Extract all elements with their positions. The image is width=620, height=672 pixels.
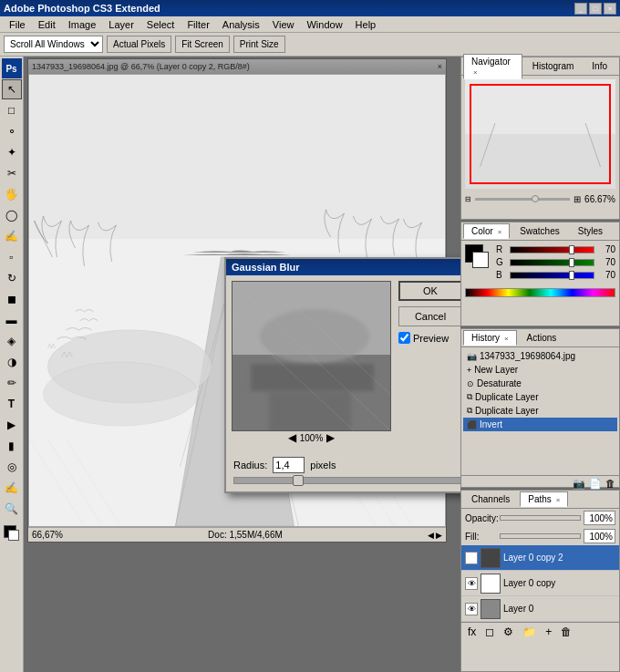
new-layer-btn[interactable]: +: [542, 625, 554, 639]
ok-button[interactable]: OK: [398, 281, 460, 301]
minimize-btn[interactable]: _: [574, 3, 587, 15]
menu-window[interactable]: Window: [301, 18, 347, 31]
layer-visibility-0[interactable]: 👁: [465, 552, 478, 564]
shape-tool[interactable]: ▮: [2, 436, 22, 456]
path-select-tool[interactable]: ▶: [2, 415, 22, 435]
scroll-dropdown[interactable]: Scroll All Windows: [4, 36, 103, 53]
radius-slider-handle[interactable]: [293, 475, 304, 486]
eraser-tool[interactable]: ◼: [2, 289, 22, 309]
zoom-slider[interactable]: [475, 198, 570, 201]
hand-tool[interactable]: ✍: [2, 478, 22, 498]
layer-item-1[interactable]: 👁 Layer 0 copy: [461, 571, 619, 596]
navigator-tab[interactable]: Navigator ×: [463, 54, 522, 79]
history-item-1[interactable]: + New Layer: [463, 363, 617, 377]
history-tab-close[interactable]: ×: [504, 335, 509, 343]
paths-tab-close[interactable]: ×: [556, 496, 561, 504]
new-doc-from-history-btn[interactable]: 📄: [589, 478, 602, 490]
fg-bg-colors[interactable]: [465, 244, 492, 272]
history-brush-tool[interactable]: ↻: [2, 268, 22, 288]
actions-tab[interactable]: Actions: [519, 330, 565, 346]
actual-pixels-btn[interactable]: Actual Pixels: [107, 36, 171, 53]
fill-input[interactable]: [584, 529, 615, 543]
history-item-5[interactable]: ⬛ Invert: [463, 418, 617, 431]
history-tab[interactable]: History ×: [463, 330, 517, 346]
history-item-0[interactable]: 📷 1347933_19698064.jpg: [463, 349, 617, 363]
history-item-2[interactable]: ⊙ Desaturate: [463, 377, 617, 390]
wand-tool[interactable]: ✦: [2, 142, 22, 162]
statusbar-arrows[interactable]: ◀ ▶: [428, 531, 442, 540]
add-mask-btn[interactable]: ◻: [482, 625, 497, 639]
maximize-btn[interactable]: □: [589, 3, 602, 15]
menu-image[interactable]: Image: [63, 18, 102, 31]
green-handle[interactable]: [569, 258, 574, 267]
zoom-in-arrow[interactable]: ▶: [326, 431, 335, 444]
print-size-btn[interactable]: Print Size: [233, 36, 285, 53]
color-spectrum-bar[interactable]: [465, 288, 615, 297]
adjustment-layer-btn[interactable]: ⚙: [501, 625, 516, 639]
channels-tab[interactable]: Channels: [463, 491, 518, 507]
stamp-tool[interactable]: ▫: [2, 247, 22, 267]
3d-tool[interactable]: ◎: [2, 457, 22, 477]
color-tab-close[interactable]: ×: [498, 228, 502, 236]
gradient-tool[interactable]: ▬: [2, 310, 22, 330]
text-tool[interactable]: T: [2, 394, 22, 414]
layer-visibility-2[interactable]: 👁: [465, 603, 478, 615]
paths-tab[interactable]: Paths ×: [520, 491, 568, 507]
green-slider[interactable]: [510, 259, 594, 266]
zoom-slider-handle[interactable]: [532, 195, 539, 202]
fill-slider[interactable]: [500, 533, 581, 539]
delete-layer-btn[interactable]: 🗑: [558, 625, 574, 639]
color-picker[interactable]: [2, 523, 22, 543]
new-group-btn[interactable]: 📁: [520, 625, 539, 639]
blue-handle[interactable]: [569, 271, 574, 280]
new-snapshot-btn[interactable]: 📷: [573, 478, 585, 490]
layer-visibility-1[interactable]: 👁: [465, 577, 478, 590]
histogram-tab[interactable]: Histogram: [524, 58, 583, 74]
history-item-3[interactable]: ⧉ Duplicate Layer: [463, 390, 617, 404]
layer-item-2[interactable]: 👁 Layer 0: [461, 596, 619, 622]
menu-view[interactable]: View: [267, 18, 300, 31]
doc-close-btn[interactable]: ×: [438, 62, 442, 71]
close-btn[interactable]: ×: [604, 3, 616, 15]
blur-tool[interactable]: ◈: [2, 331, 22, 351]
menu-file[interactable]: File: [4, 18, 31, 31]
lasso-tool[interactable]: ⚬: [2, 121, 22, 141]
layer-item-0[interactable]: 👁 Layer 0 copy 2: [461, 545, 619, 571]
menu-edit[interactable]: Edit: [33, 18, 61, 31]
fit-screen-btn[interactable]: Fit Screen: [175, 36, 230, 53]
delete-history-btn[interactable]: 🗑: [605, 478, 615, 490]
menu-select[interactable]: Select: [141, 18, 181, 31]
red-slider[interactable]: [510, 246, 594, 253]
pen-tool[interactable]: ✏: [2, 373, 22, 393]
marquee-tool[interactable]: □: [2, 100, 22, 120]
color-tab[interactable]: Color ×: [463, 223, 510, 239]
menu-filter[interactable]: Filter: [181, 18, 214, 31]
cancel-button[interactable]: Cancel: [398, 306, 460, 326]
preview-checkbox[interactable]: [398, 332, 410, 344]
heal-tool[interactable]: ◯: [2, 205, 22, 225]
swatches-tab[interactable]: Swatches: [512, 223, 567, 239]
dodge-tool[interactable]: ◑: [2, 352, 22, 372]
menu-analysis[interactable]: Analysis: [217, 18, 265, 31]
menu-help[interactable]: Help: [350, 18, 382, 31]
history-item-4[interactable]: ⧉ Duplicate Layer: [463, 404, 617, 418]
background-color[interactable]: [472, 252, 489, 268]
styles-tab[interactable]: Styles: [570, 223, 611, 239]
opacity-slider[interactable]: [500, 515, 581, 521]
info-tab[interactable]: Info: [584, 58, 615, 74]
window-controls[interactable]: _ □ ×: [574, 3, 616, 15]
move-tool[interactable]: ↖: [2, 79, 22, 99]
radius-slider[interactable]: [233, 477, 460, 484]
blue-slider[interactable]: [510, 272, 594, 279]
opacity-input[interactable]: [584, 511, 615, 525]
menu-layer[interactable]: Layer: [103, 18, 140, 31]
eyedropper-tool[interactable]: 🖐: [2, 184, 22, 204]
layer-fx-btn[interactable]: fx: [465, 625, 479, 639]
navigator-tab-close[interactable]: ×: [473, 68, 478, 77]
red-handle[interactable]: [569, 245, 574, 254]
zoom-out-arrow[interactable]: ◀: [288, 431, 296, 444]
zoom-tool[interactable]: 🔍: [2, 499, 22, 519]
radius-input[interactable]: [273, 457, 305, 473]
brush-tool[interactable]: ✍: [2, 226, 22, 246]
crop-tool[interactable]: ✂: [2, 163, 22, 183]
